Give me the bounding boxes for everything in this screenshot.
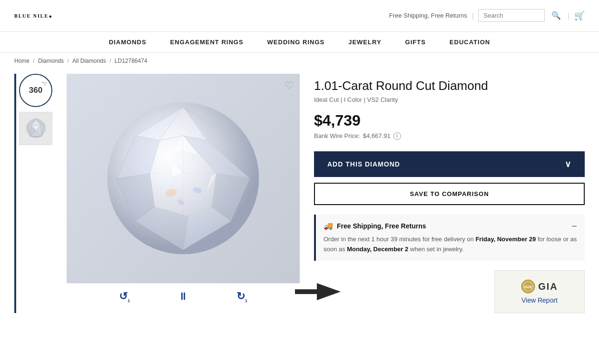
- nav-item-engagement[interactable]: ENGAGEMENT RINGS: [170, 39, 244, 46]
- gia-view-report-link[interactable]: View Report: [521, 296, 558, 304]
- search-input[interactable]: [478, 9, 545, 22]
- view-360-label: 360: [29, 86, 42, 95]
- svg-text:GIA: GIA: [524, 285, 532, 289]
- nav-item-diamonds[interactable]: DIAMONDS: [109, 39, 147, 46]
- product-price: $4,739: [314, 112, 585, 129]
- shipping-header: 🚚 Free Shipping, Free Returns −: [324, 221, 577, 231]
- logo[interactable]: BLUE NILE.: [14, 6, 53, 26]
- view-360-button[interactable]: 360 °▽: [19, 74, 52, 107]
- arrow-container: [295, 283, 355, 300]
- wishlist-button[interactable]: ♡: [285, 79, 294, 92]
- diamond-thumb-svg: [25, 118, 47, 139]
- header-divider-2: |: [568, 12, 570, 20]
- forward-button[interactable]: ↻1: [236, 290, 247, 303]
- nav-item-wedding[interactable]: WEDDING RINGS: [267, 39, 325, 46]
- thumbnail-panel: 360 °▽: [14, 74, 52, 314]
- shipping-title: 🚚 Free Shipping, Free Returns: [324, 221, 426, 230]
- product-subtitle: Ideal Cut | I Color | VS2 Clarity: [314, 96, 585, 103]
- thumbnail-image[interactable]: [19, 112, 52, 145]
- header-divider: |: [472, 12, 474, 20]
- product-title: 1.01-Carat Round Cut Diamond: [314, 79, 585, 93]
- breadcrumb-home[interactable]: Home: [14, 58, 29, 64]
- gia-emblem-icon: GIA: [521, 279, 535, 294]
- right-panel: 1.01-Carat Round Cut Diamond Ideal Cut |…: [314, 74, 585, 314]
- view-360-sup: °▽: [41, 81, 47, 86]
- main-image-container: [67, 74, 300, 283]
- nav-item-education[interactable]: EDUCATION: [450, 39, 490, 46]
- search-button[interactable]: 🔍: [550, 11, 563, 20]
- add-diamond-button[interactable]: ADD THIS DIAMOND ∨: [314, 151, 585, 177]
- main-content: 360 °▽: [0, 69, 599, 328]
- shipping-body: Order in the next 1 hour 39 minutes for …: [324, 235, 577, 255]
- image-area: ♡ ↺1 ⏸ ↻1: [67, 74, 300, 314]
- gia-logo: GIA GIA: [521, 279, 558, 294]
- header-right: Free Shipping, Free Returns | 🔍 | 🛒: [389, 9, 585, 22]
- breadcrumb-all-diamonds[interactable]: All Diamonds: [72, 58, 106, 64]
- breadcrumb: Home / Diamonds / All Diamonds / LD12786…: [0, 53, 599, 69]
- truck-icon: 🚚: [324, 221, 333, 230]
- shipping-collapse-button[interactable]: −: [571, 221, 577, 231]
- gia-box[interactable]: GIA GIA View Report: [494, 270, 585, 313]
- breadcrumb-diamonds[interactable]: Diamonds: [38, 58, 64, 64]
- shipping-box: 🚚 Free Shipping, Free Returns − Order in…: [314, 215, 585, 261]
- bank-wire-info-icon[interactable]: i: [393, 132, 401, 140]
- nav-item-jewelry[interactable]: JEWELRY: [348, 39, 381, 46]
- nav: DIAMONDS ENGAGEMENT RINGS WEDDING RINGS …: [0, 32, 599, 53]
- image-controls: ↺1 ⏸ ↻1: [67, 283, 300, 310]
- rewind-button[interactable]: ↺1: [119, 290, 130, 303]
- header: BLUE NILE. Free Shipping, Free Returns |…: [0, 0, 599, 32]
- cart-icon[interactable]: 🛒: [574, 10, 585, 21]
- arrow-head: [317, 283, 355, 300]
- gia-section: GIA GIA View Report: [295, 270, 585, 313]
- bank-wire-price: Bank Wire Price: $4,667.91 i: [314, 132, 585, 140]
- header-shipping-text: Free Shipping, Free Returns: [389, 12, 467, 19]
- pause-button[interactable]: ⏸: [178, 290, 188, 303]
- save-comparison-button[interactable]: SAVE TO COMPARISON: [314, 183, 585, 205]
- nav-item-gifts[interactable]: GIFTS: [405, 39, 426, 46]
- gia-text: GIA: [538, 281, 558, 292]
- chevron-down-icon: ∨: [565, 159, 571, 169]
- diamond-main-svg: [102, 98, 264, 259]
- breadcrumb-sku[interactable]: LD12786474: [115, 58, 147, 64]
